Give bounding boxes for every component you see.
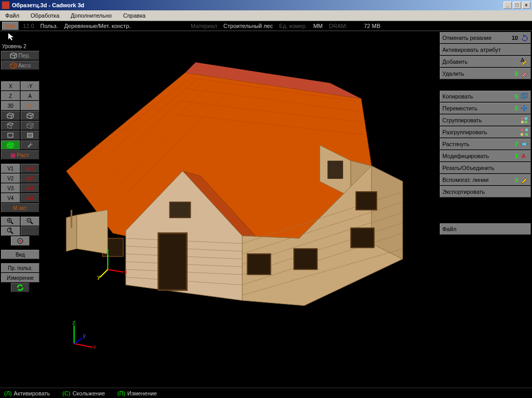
svg-rect-78: [525, 133, 528, 136]
undo-cut-label: Отменить резание: [442, 35, 492, 41]
svg-text:x: x: [93, 344, 96, 350]
menu-help[interactable]: Справка: [121, 11, 148, 20]
close-button[interactable]: ×: [522, 2, 530, 9]
raster-button[interactable]: ▦ Раст.: [1, 150, 39, 160]
cursor-icon: [1, 32, 39, 41]
file-label: Файл: [442, 226, 456, 232]
activate-attr-button[interactable]: Активировать атрибут: [440, 44, 531, 55]
user-pref-button[interactable]: Пр. польз.: [1, 263, 39, 273]
level-label: Уровень 2: [1, 42, 39, 50]
info-toolbar: Info 12.0 Польз. Деревянные/Мет. констр.…: [0, 21, 532, 31]
svg-text:x: x: [124, 268, 127, 275]
refresh-button[interactable]: [11, 283, 30, 292]
modify-button[interactable]: Модифицировать 1 A: [440, 150, 531, 162]
status-activate: (Л)Активировать: [4, 390, 50, 396]
m2-button[interactable]: M2: [21, 174, 40, 183]
svg-rect-79: [522, 143, 526, 145]
file-button[interactable]: Файл: [440, 223, 531, 235]
memory-value: 72 MB: [362, 23, 382, 29]
v3-button[interactable]: V3: [1, 183, 20, 193]
pencil-a-icon: A: [520, 58, 528, 66]
user-label: Польз.: [38, 23, 60, 29]
statusbar: (Л)Активировать (С)Скольжение (П)Изменен…: [0, 388, 532, 398]
svg-rect-49: [247, 254, 270, 275]
right-toolbar: Отменить резание 10 Активировать атрибут…: [439, 31, 532, 388]
stretch-count: 7: [515, 141, 518, 147]
cube6-button[interactable]: [21, 131, 40, 140]
undo-cut-count: 10: [512, 35, 518, 41]
cube4-button[interactable]: [21, 121, 40, 130]
m1-button[interactable]: M1: [21, 164, 40, 173]
z-button[interactable]: Z: [1, 91, 20, 101]
zoom-fit-button[interactable]: ?: [1, 226, 20, 236]
axo-button[interactable]: Аксо: [1, 61, 39, 70]
svg-rect-50: [294, 249, 317, 269]
move-button[interactable]: Переместить 5: [440, 103, 531, 114]
measure-button[interactable]: Измерение: [1, 273, 39, 282]
zoom-reset-button[interactable]: [11, 236, 30, 246]
svg-text:z: z: [106, 249, 109, 254]
v1-button[interactable]: V1: [1, 164, 20, 173]
dram-label: DRAM:: [327, 23, 349, 29]
stretch-button[interactable]: Растянуть 7: [440, 138, 531, 150]
cube1-button[interactable]: [1, 111, 20, 120]
neg-y-button[interactable]: -Y: [21, 81, 40, 91]
zoom-out-button[interactable]: [21, 217, 40, 226]
3d-viewport[interactable]: z x y z x y: [40, 31, 439, 388]
zoom-fit-icon: ?: [7, 228, 14, 235]
x-button[interactable]: X: [1, 81, 20, 91]
delete-button[interactable]: Удалить 8: [440, 68, 531, 79]
status-change: (П)Изменение: [118, 390, 157, 396]
cube3-button[interactable]: [1, 121, 20, 130]
svg-rect-52: [356, 192, 377, 210]
stretch-icon: [520, 140, 528, 148]
undo-cut-button[interactable]: Отменить резание 10: [440, 32, 531, 44]
a-button[interactable]: A: [21, 91, 40, 101]
ungroup-label: Разгруппировать: [442, 129, 487, 135]
export-button[interactable]: Экспортировать: [440, 186, 531, 197]
svg-text:A: A: [521, 58, 525, 63]
perspective-label: Пер.: [18, 52, 30, 59]
v4-button[interactable]: V4: [1, 193, 20, 203]
cut-join-label: Резать/Объединить: [442, 165, 494, 171]
status-slide: (С)Скольжение: [63, 390, 105, 396]
info-button[interactable]: Info: [2, 22, 19, 30]
menu-extra[interactable]: Дополнительно: [69, 11, 114, 20]
group-button[interactable]: Сгруппировать: [440, 115, 531, 126]
m-last-button[interactable]: М акт.: [1, 203, 39, 212]
add-button[interactable]: Добавить A: [440, 56, 531, 67]
svg-rect-0: [8, 133, 13, 137]
move-count: 5: [515, 105, 518, 111]
cube5-button[interactable]: [1, 131, 20, 140]
delete-label: Удалить: [442, 70, 464, 77]
perspective-button[interactable]: Пер.: [1, 51, 39, 60]
text-a-icon: A: [520, 152, 528, 160]
zoom-in-button[interactable]: [1, 217, 20, 226]
view-button[interactable]: Вид: [1, 250, 39, 259]
menu-edit[interactable]: Обработка: [28, 11, 61, 20]
add-label: Добавить: [442, 59, 468, 65]
thirty-button[interactable]: 30: [1, 101, 20, 110]
c-button[interactable]: C: [21, 101, 40, 110]
cube2-button[interactable]: [21, 111, 40, 120]
menu-file[interactable]: Файл: [3, 11, 21, 20]
main-area: Уровень 2 Пер. Аксо X -Y Z A 30 C: [0, 31, 532, 388]
cut-join-button[interactable]: Резать/Объединить: [440, 162, 531, 174]
ungroup-button[interactable]: Разгруппировать: [440, 126, 531, 138]
m3-button[interactable]: M3: [21, 183, 40, 193]
copy-button[interactable]: Копировать 6: [440, 91, 531, 102]
wrench-icon: [26, 141, 34, 149]
wrench-button[interactable]: [21, 140, 40, 150]
pencil-icon: [520, 176, 528, 184]
group-label: Сгруппировать: [442, 117, 482, 123]
units-value: MM: [311, 23, 325, 29]
aux-lines-button[interactable]: Вспомогат. линии 0: [440, 174, 531, 186]
green-cube-button[interactable]: [1, 140, 20, 150]
zoom-blank-button[interactable]: [21, 226, 40, 236]
minimize-button[interactable]: _: [504, 2, 512, 9]
m4-button[interactable]: M4: [21, 193, 40, 203]
svg-line-3: [11, 222, 13, 224]
maximize-button[interactable]: □: [513, 2, 521, 9]
v2-button[interactable]: V2: [1, 174, 20, 183]
menubar: Файл Обработка Дополнительно Справка: [0, 10, 532, 21]
